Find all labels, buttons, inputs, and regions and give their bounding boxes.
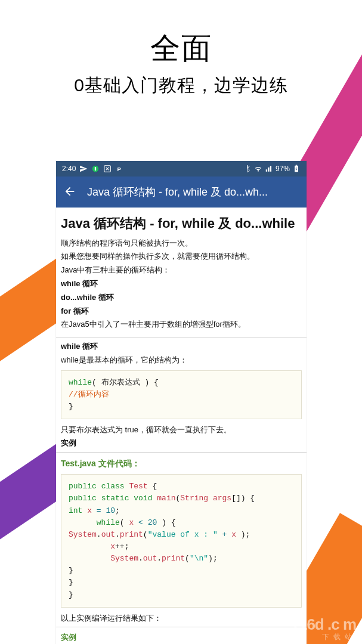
watermark-label: 下载站 bbox=[290, 633, 356, 640]
code-block: public class Test { public static void m… bbox=[61, 474, 302, 607]
phone-screenshot: 2:40 P 97% Java 循环结构 - for, while 及 do..… bbox=[56, 161, 307, 644]
code-block: while( 布尔表达式 ) { //循环内容 } bbox=[61, 370, 302, 419]
paragraph: while是最基本的循环，它的结构为： bbox=[61, 354, 302, 367]
signal-icon bbox=[265, 165, 273, 173]
app-green-icon bbox=[91, 165, 100, 173]
paragraph: 如果您想要同样的操作执行多次，就需要使用循环结构。 bbox=[61, 250, 302, 263]
paragraph: 顺序结构的程序语句只能被执行一次。 bbox=[61, 237, 302, 250]
battery-text: 97% bbox=[276, 165, 290, 173]
svg-rect-5 bbox=[296, 165, 297, 166]
list-item: do...while 循环 bbox=[61, 292, 302, 304]
list-item: for 循环 bbox=[61, 305, 302, 318]
paragraph: 以上实例编译运行结果如下： bbox=[61, 612, 302, 625]
section-heading: 实例 bbox=[61, 630, 302, 643]
watermark-domain: 116d .c m bbox=[290, 617, 356, 632]
promo-block: 全面 0基础入门教程，边学边练 bbox=[0, 0, 362, 98]
promo-title: 全面 bbox=[0, 29, 362, 69]
p-icon: P bbox=[115, 165, 123, 173]
appbar: Java 循环结构 - for, while 及 do...wh... bbox=[56, 177, 307, 208]
code-title: Test.java 文件代码： bbox=[61, 455, 302, 470]
list-item: while 循环 bbox=[61, 278, 302, 290]
site-watermark: 116d .c m 下载站 bbox=[290, 617, 356, 640]
page-title: Java 循环结构 - for, while 及 do...while bbox=[61, 212, 302, 236]
wifi-icon bbox=[254, 165, 262, 173]
close-box-icon bbox=[103, 165, 112, 173]
statusbar-time: 2:40 bbox=[62, 165, 76, 173]
section-heading: while 循环 bbox=[61, 340, 302, 353]
paragraph: 在Java5中引入了一种主要用于数组的增强型for循环。 bbox=[61, 318, 302, 331]
appbar-title: Java 循环结构 - for, while 及 do...wh... bbox=[87, 185, 299, 199]
section-heading: 实例 bbox=[61, 436, 302, 450]
statusbar-left: 2:40 P bbox=[62, 165, 123, 173]
promo-subtitle: 0基础入门教程，边学边练 bbox=[0, 73, 362, 98]
send-icon bbox=[79, 165, 88, 173]
bluetooth-icon bbox=[243, 165, 252, 173]
android-statusbar: 2:40 P 97% bbox=[56, 161, 307, 177]
battery-icon bbox=[292, 165, 301, 173]
paragraph: 只要布尔表达式为 true，循环就会一直执行下去。 bbox=[61, 424, 302, 436]
svg-text:P: P bbox=[117, 166, 121, 172]
divider bbox=[56, 337, 307, 338]
statusbar-right: 97% bbox=[243, 165, 301, 173]
divider bbox=[56, 627, 307, 627]
back-button[interactable] bbox=[63, 185, 76, 200]
svg-rect-1 bbox=[95, 167, 96, 171]
divider bbox=[56, 452, 307, 453]
article-content[interactable]: Java 循环结构 - for, while 及 do...while 顺序结构… bbox=[56, 208, 307, 643]
paragraph: Java中有三种主要的循环结构： bbox=[61, 264, 302, 277]
